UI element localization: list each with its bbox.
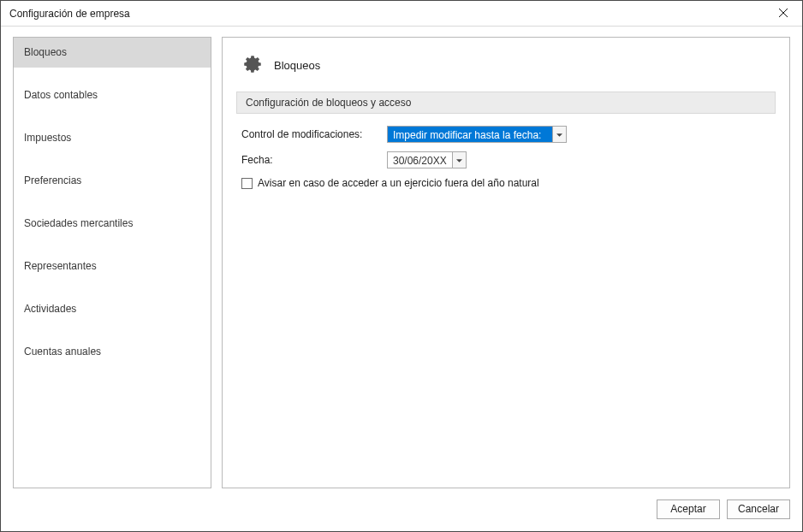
close-button[interactable] (764, 1, 802, 27)
sidebar-item-label: Sociedades mercantiles (24, 217, 133, 229)
button-label: Aceptar (670, 503, 705, 515)
gear-icon (241, 53, 264, 78)
sidebar-item-bloqueos[interactable]: Bloqueos (14, 38, 211, 68)
row-warn: Avisar en caso de acceder a un ejercicio… (241, 177, 770, 189)
date-combobox[interactable]: 30/06/20XX (387, 151, 467, 168)
close-icon (779, 8, 788, 20)
sidebar-item-label: Actividades (24, 303, 76, 315)
control-dropdown-button[interactable] (552, 127, 566, 142)
accept-button[interactable]: Aceptar (657, 499, 720, 519)
chevron-down-icon (456, 154, 462, 166)
window-title: Configuración de empresa (9, 8, 764, 20)
titlebar: Configuración de empresa (1, 1, 802, 27)
sidebar-item-actividades[interactable]: Actividades (14, 294, 211, 324)
sidebar-item-label: Impuestos (24, 132, 71, 144)
window: Configuración de empresa Bloqueos Datos … (0, 0, 803, 532)
control-value: Impedir modificar hasta la fecha: (388, 127, 552, 142)
chevron-down-icon (556, 128, 562, 140)
section-title: Bloqueos (274, 59, 320, 72)
sidebar-item-preferencias[interactable]: Preferencias (14, 166, 211, 196)
group-header: Configuración de bloqueos y acceso (236, 92, 776, 114)
sidebar: Bloqueos Datos contables Impuestos Prefe… (13, 37, 211, 488)
sidebar-item-datos-contables[interactable]: Datos contables (14, 80, 211, 110)
sidebar-item-label: Bloqueos (24, 46, 67, 58)
sidebar-item-label: Preferencias (24, 174, 81, 186)
control-label: Control de modificaciones: (241, 128, 387, 140)
control-combobox[interactable]: Impedir modificar hasta la fecha: (387, 126, 567, 143)
date-dropdown-button[interactable] (452, 152, 466, 168)
sidebar-item-sociedades-mercantiles[interactable]: Sociedades mercantiles (14, 209, 211, 239)
row-control: Control de modificaciones: Impedir modif… (241, 126, 770, 143)
dialog-footer: Aceptar Cancelar (1, 495, 802, 531)
row-date: Fecha: 30/06/20XX (241, 151, 770, 168)
sidebar-item-label: Datos contables (24, 89, 98, 101)
sidebar-item-cuentas-anuales[interactable]: Cuentas anuales (14, 337, 211, 367)
date-label: Fecha: (241, 154, 387, 166)
dialog-body: Bloqueos Datos contables Impuestos Prefe… (1, 27, 802, 495)
sidebar-item-impuestos[interactable]: Impuestos (14, 123, 211, 153)
date-value: 30/06/20XX (388, 152, 452, 168)
sidebar-item-representantes[interactable]: Representantes (14, 251, 211, 281)
section-head: Bloqueos (241, 53, 776, 78)
sidebar-item-label: Representantes (24, 260, 97, 272)
form: Control de modificaciones: Impedir modif… (236, 126, 776, 189)
warn-checkbox-label: Avisar en caso de acceder a un ejercicio… (258, 177, 539, 189)
cancel-button[interactable]: Cancelar (727, 499, 790, 519)
button-label: Cancelar (738, 503, 779, 515)
warn-checkbox[interactable] (241, 178, 253, 189)
sidebar-item-label: Cuentas anuales (24, 346, 101, 358)
content-panel: Bloqueos Configuración de bloqueos y acc… (222, 37, 790, 488)
